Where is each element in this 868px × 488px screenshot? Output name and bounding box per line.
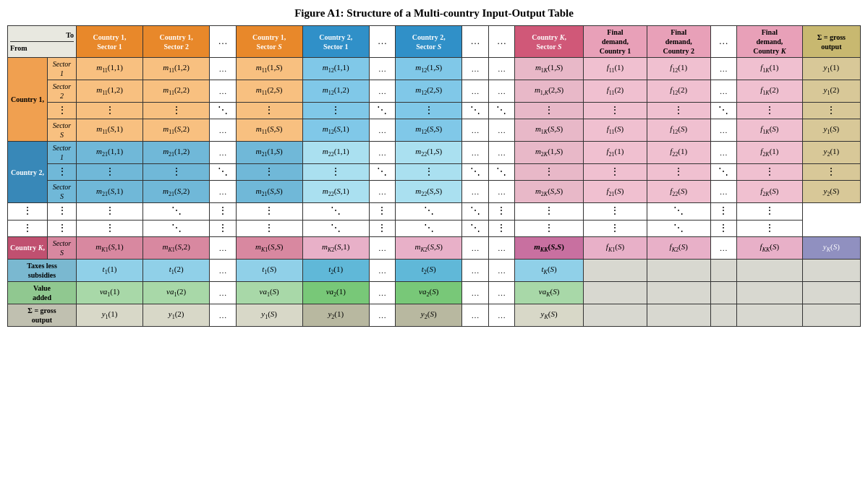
cell-e30: … — [710, 236, 736, 259]
cell-mdg7: ⋱ — [302, 220, 369, 236]
cell-va-empty5 — [802, 281, 860, 304]
cell-y1-b2: y1(2) — [143, 304, 210, 326]
cell-fk2-s: fK2(S) — [647, 236, 710, 259]
cell-gross-empty4 — [737, 304, 803, 326]
cell-f11-1: f11(1) — [584, 58, 647, 80]
cell-f1k-1: f1K(1) — [737, 58, 803, 80]
cell-d2: ⋮ — [143, 164, 210, 181]
cell-d6: ⋮ — [515, 164, 584, 181]
cell-e19: … — [488, 142, 514, 164]
cell-m11-s1: m11(S,1) — [77, 119, 143, 142]
cell-fk1-s: fK1(S) — [584, 236, 647, 259]
cell-tk-s: tK(S) — [515, 259, 584, 281]
row-label-c2: Country 2, — [8, 142, 48, 203]
cell-dots3: ⋮ — [236, 103, 302, 119]
col-fdk: Finaldemand,Country K — [737, 26, 803, 58]
cell-vae4: … — [488, 281, 514, 304]
cell-dg5: ⋱ — [710, 164, 736, 181]
cell-dg3: ⋱ — [462, 164, 488, 181]
cell-md14: ⋮ — [236, 220, 302, 236]
cell-e27: … — [369, 236, 395, 259]
to-label: To — [10, 30, 74, 42]
cell-md5: ⋮ — [369, 203, 395, 220]
cell-va-empty3 — [710, 281, 736, 304]
cell-d4: ⋮ — [302, 164, 369, 181]
col-ellipsis-3: … — [462, 26, 488, 58]
cell-mdg3: ⋱ — [396, 203, 462, 220]
row-label-c1s2: Sector 2 — [48, 80, 77, 103]
cell-e3: … — [462, 58, 488, 80]
cell-m21-1s: m21(1,S) — [236, 142, 302, 164]
table-row: Country 2, Sector 1 m21(1,1) m21(1,2) … … — [8, 142, 861, 164]
io-table: To From Country 1,Sector 1 Country 1,Sec… — [7, 25, 861, 327]
cell-dots9: ⋮ — [737, 103, 803, 119]
cell-m11-s2: m11(S,2) — [143, 119, 210, 142]
row-dots-mid1: ⋮ — [8, 203, 48, 220]
cell-e13: … — [462, 119, 488, 142]
cell-e14: … — [488, 119, 514, 142]
cell-f12-1: f12(1) — [647, 58, 710, 80]
row-label-va: Valueadded — [8, 281, 77, 304]
cell-mk1-s2: mK1(S,2) — [143, 236, 210, 259]
cell-f1k-2: f1K(2) — [737, 80, 803, 103]
cell-e21: … — [210, 181, 236, 203]
cell-f11-2: f11(2) — [584, 80, 647, 103]
cell-f2k-1: f2K(1) — [737, 142, 803, 164]
cell-dots4: ⋮ — [302, 103, 369, 119]
cell-t1-s: t1(S) — [236, 259, 302, 281]
cell-md20: ⋮ — [737, 220, 803, 236]
cell-va-empty4 — [737, 281, 803, 304]
cell-m11-21: m11(1,2) — [77, 80, 143, 103]
cell-e4: … — [488, 58, 514, 80]
row-label-ck: Country K, — [8, 236, 48, 259]
cell-e9: … — [488, 80, 514, 103]
cell-mdg10: ⋱ — [647, 220, 710, 236]
cell-m22-ss: m22(S,S) — [396, 181, 462, 203]
cell-md7: ⋮ — [515, 203, 584, 220]
cell-e29: … — [488, 236, 514, 259]
cell-te4: … — [488, 259, 514, 281]
cell-md13: ⋮ — [210, 220, 236, 236]
cell-d1: ⋮ — [77, 164, 143, 181]
cell-e26: … — [210, 236, 236, 259]
cell-fkk-s: fKK(S) — [737, 236, 803, 259]
cell-te3: … — [462, 259, 488, 281]
page-wrapper: Figure A1: Structure of a Multi-country … — [7, 7, 861, 327]
cell-m22-1s: m22(1,S) — [396, 142, 462, 164]
cell-f1k-s: f1K(S) — [737, 119, 803, 142]
cell-f22-1: f22(1) — [647, 142, 710, 164]
cell-m2k-1s: m2K(1,S) — [515, 142, 584, 164]
table-row: Country K, Sector S mK1(S,1) mK1(S,2) … … — [8, 236, 861, 259]
cell-e17: … — [369, 142, 395, 164]
cell-m12-ss: m12(S,S) — [396, 119, 462, 142]
cell-va-empty2 — [647, 281, 710, 304]
cell-va1-1: va1(1) — [77, 281, 143, 304]
cell-md18: ⋮ — [584, 220, 647, 236]
cell-va2-1: va2(1) — [302, 281, 369, 304]
cell-md17: ⋮ — [515, 220, 584, 236]
cell-m12-2s: m12(2,S) — [396, 80, 462, 103]
cell-f22-s: f22(S) — [647, 181, 710, 203]
cell-diag5: ⋱ — [710, 103, 736, 119]
cell-dots1: ⋮ — [77, 103, 143, 119]
figure-title: Figure A1: Structure of a Multi-country … — [7, 7, 861, 20]
cell-m1k-ss: m1K(S,S) — [515, 119, 584, 142]
col-c1ss: Country 1,Sector S — [236, 26, 302, 58]
cell-mkk-ss: mKK(S,S) — [515, 236, 584, 259]
cell-m12-1s: m12(1,S) — [396, 58, 462, 80]
cell-y1-bs: y1(S) — [236, 304, 302, 326]
cell-vae2: … — [369, 281, 395, 304]
cell-m12-11: m12(1,1) — [302, 58, 369, 80]
cell-dots7: ⋮ — [584, 103, 647, 119]
cell-dg2: ⋱ — [369, 164, 395, 181]
cell-e8: … — [462, 80, 488, 103]
to-from-cell: To From — [8, 26, 77, 58]
cell-e20: … — [710, 142, 736, 164]
table-row: Country 1, Sector 1 m11(1,1) m11(1,2) … … — [8, 58, 861, 80]
cell-m2k-ss: m2K(S,S) — [515, 181, 584, 203]
cell-m22-s1: m22(S,1) — [302, 181, 369, 203]
cell-md2: ⋮ — [77, 203, 143, 220]
cell-mk1-ss: mK1(S,S) — [236, 236, 302, 259]
cell-ye1: … — [210, 304, 236, 326]
cell-t2-1: t2(1) — [302, 259, 369, 281]
